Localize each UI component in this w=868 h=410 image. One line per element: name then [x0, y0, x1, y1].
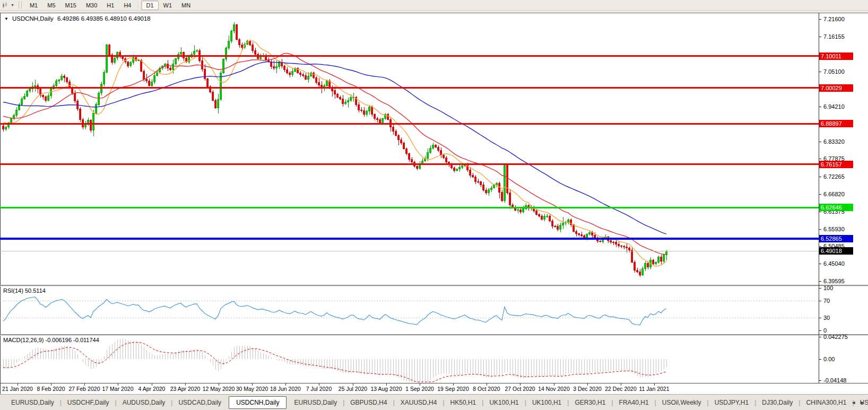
price-tickmark — [819, 107, 821, 107]
rsi-tickmark — [819, 301, 821, 301]
timeframe-buttons: M1M5M15M30H1H4D1W1MN — [25, 1, 195, 10]
rsi-indicator-panel[interactable] — [0, 286, 819, 334]
macd-indicator-panel[interactable] — [0, 336, 819, 383]
price-tick-label: 6.83320 — [823, 138, 845, 145]
date-label: 21 Jan 2020 — [2, 386, 33, 392]
price-tick-label: 7.16155 — [823, 33, 845, 40]
tab-scroll-right-icon[interactable]: ► — [860, 400, 865, 405]
date-label: 4 Apr 2020 — [138, 386, 166, 392]
tab-fra40-h1[interactable]: FRA40,H1 — [613, 397, 655, 408]
price-tickmark — [819, 37, 821, 37]
price-tickmark — [819, 246, 821, 247]
macd-tickmark — [819, 359, 821, 360]
tab-ger30-h1[interactable]: GER30,H1 — [569, 397, 611, 408]
date-label: 3 Dec 2020 — [573, 386, 602, 392]
trading-terminal: ▼ M1M5M15M30H1H4D1W1MN ▼ USDCNH,Daily 6.… — [0, 0, 868, 410]
macd-tickmark — [819, 380, 821, 381]
period-button-m15[interactable]: M15 — [60, 1, 81, 10]
price-tickmark — [819, 142, 821, 142]
rsi-label: RSI(14) 50.5114 — [3, 287, 46, 294]
chart-title: ▼ USDCNH,Daily 6.49286 6.49385 6.48910 6… — [4, 15, 151, 22]
rsi-tick-label: 70 — [823, 298, 830, 304]
period-button-m5[interactable]: M5 — [42, 1, 60, 10]
tab-xauusd-h4[interactable]: XAUUSD,H4 — [395, 397, 443, 408]
price-tickmark — [819, 159, 821, 159]
date-label: 13 Aug 2020 — [371, 386, 402, 392]
level-price-badge: 6.88897 — [819, 120, 853, 127]
rsi-tick-label: 100 — [823, 285, 833, 291]
tab-dj30-daily[interactable]: DJ30,Daily — [756, 397, 798, 408]
rsi-tick-label: 30 — [823, 315, 830, 321]
date-label: 27 Feb 2020 — [69, 386, 100, 392]
tab-usdcad-daily[interactable]: USDCAD,Daily — [172, 397, 227, 408]
macd-tick-label: 0.042275 — [823, 334, 848, 340]
chart-tab-bar: EURUSD,Daily|USDCHF,Daily|AUDUSD,Daily|U… — [0, 394, 868, 410]
tab-china300-h1[interactable]: CHINA300,H1 — [800, 397, 852, 408]
rsi-tickmark — [819, 288, 821, 289]
date-label: 12 May 2020 — [203, 386, 235, 392]
macd-label: MACD(12,26,9) -0.006196 -0.011744 — [3, 337, 99, 343]
date-label: 11 Jan 2021 — [639, 386, 669, 392]
price-tick-label: 7.05100 — [823, 68, 845, 75]
tab-uk100-h1[interactable]: UK100,H1 — [483, 397, 524, 408]
date-label: 30 May 2020 — [236, 386, 268, 392]
period-button-m1[interactable]: M1 — [25, 1, 42, 10]
date-label: 7 Jul 2020 — [306, 386, 332, 392]
price-tickmark — [819, 177, 821, 177]
period-button-h1[interactable]: H1 — [102, 1, 119, 10]
dropdown-caret-icon[interactable]: ▼ — [11, 3, 14, 8]
tab-usdjpy-h1[interactable]: USDJPY,H1 — [709, 397, 754, 408]
tab-hk50-h1[interactable]: HK50,H1 — [445, 397, 482, 408]
price-tickmark — [819, 229, 821, 230]
price-tickmark — [819, 72, 821, 72]
main-price-chart[interactable] — [0, 13, 819, 285]
price-tick-label: 7.21600 — [823, 16, 845, 22]
tab-gbpusd-h4[interactable]: GBPUSD,H4 — [344, 397, 393, 408]
macd-tick-label: 0.00 — [823, 356, 835, 362]
date-label: 17 Mar 2020 — [102, 386, 134, 392]
tab-usoil-weekly[interactable]: USOil,Weekly — [656, 397, 707, 408]
price-tickmark — [819, 212, 821, 212]
date-label: 18 Jun 2020 — [270, 386, 301, 392]
chart-title-caret-icon[interactable]: ▼ — [4, 16, 8, 21]
tab-usdcnh-daily[interactable]: USDCNH,Daily — [229, 396, 287, 409]
price-tickmark — [819, 19, 821, 20]
level-price-badge: 7.10011 — [819, 53, 853, 60]
period-toolbar: ▼ M1M5M15M30H1H4D1W1MN — [0, 0, 868, 11]
price-tick-label: 6.66820 — [823, 191, 845, 197]
price-axis-separator — [819, 13, 819, 383]
chart-type-icon[interactable]: ▼ — [2, 2, 14, 8]
period-button-w1[interactable]: W1 — [159, 1, 177, 10]
date-label: 14 Nov 2020 — [538, 386, 570, 392]
price-tick-label: 6.55930 — [823, 226, 845, 232]
macd-tick-label: -0.04148 — [823, 377, 846, 383]
period-button-mn[interactable]: MN — [177, 1, 195, 10]
level-price-badge: 6.62646 — [819, 204, 853, 211]
toolbar-grip[interactable] — [19, 2, 22, 8]
level-price-badge: 6.52865 — [819, 235, 853, 242]
tab-uk100-h1[interactable]: UK100,H1 — [526, 397, 567, 408]
price-tick-label: 6.72265 — [823, 173, 845, 180]
date-label: 23 Apr 2020 — [170, 386, 201, 392]
period-button-m30[interactable]: M30 — [81, 1, 102, 10]
tab-usdchf-daily[interactable]: USDCHF,Daily — [62, 397, 115, 408]
date-label: 19 Sep 2020 — [437, 386, 469, 392]
date-label: 8 Feb 2020 — [37, 386, 65, 392]
period-button-h4[interactable]: H4 — [119, 1, 136, 10]
price-tickmark — [819, 281, 821, 282]
date-label: 27 Oct 2020 — [505, 386, 535, 392]
level-price-badge: 7.00029 — [819, 84, 853, 92]
tab-eurusd-daily[interactable]: EURUSD,Daily — [288, 397, 343, 408]
candlestick-icon — [2, 2, 10, 8]
rsi-tickmark — [819, 330, 821, 331]
date-label: 22 Dec 2020 — [605, 386, 637, 392]
tab-scroll-left-icon[interactable]: ◄ — [851, 400, 856, 405]
period-button-d1[interactable]: D1 — [141, 1, 158, 10]
tab-eurusd-daily[interactable]: EURUSD,Daily — [5, 397, 60, 408]
date-label: 1 Sep 2020 — [405, 386, 434, 392]
tab-audusd-daily[interactable]: AUDUSD,Daily — [117, 397, 171, 408]
price-tick-label: 6.94210 — [823, 103, 845, 110]
price-tickmark — [819, 264, 821, 264]
chart-tabs: EURUSD,Daily|USDCHF,Daily|AUDUSD,Daily|U… — [5, 396, 868, 409]
toolbar-separator — [138, 1, 139, 9]
